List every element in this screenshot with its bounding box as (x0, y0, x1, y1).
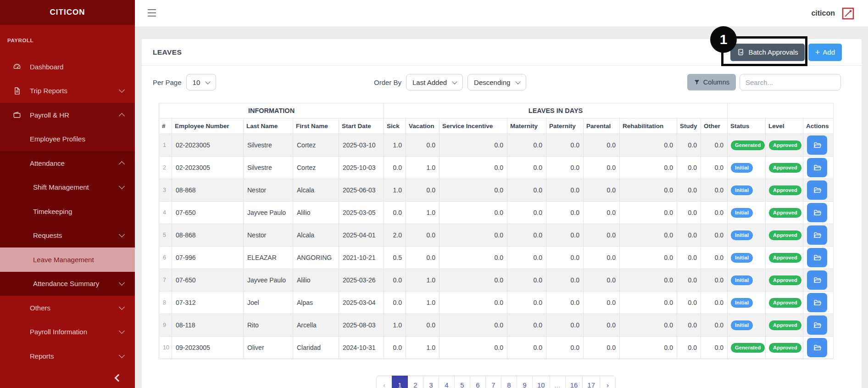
cell-parental: 0.0 (584, 269, 620, 292)
user-label: citicon (811, 9, 835, 17)
cell-actions (803, 337, 834, 359)
status-badge: Initial (731, 276, 753, 285)
cell-vacation: 1.0 (406, 292, 440, 314)
cell-other: 0.0 (701, 337, 728, 359)
cell-last-name: Joel (244, 292, 293, 314)
view-leave-button[interactable] (807, 203, 827, 222)
cell-level: Approved (766, 247, 803, 269)
view-leave-button[interactable] (807, 180, 827, 200)
level-badge: Approved (769, 141, 801, 150)
column-header-first-name: First Name (293, 118, 339, 134)
order-by-select[interactable]: Last Added (406, 74, 463, 90)
per-page-select[interactable]: 10 (186, 74, 217, 90)
columns-label: Columns (703, 79, 729, 86)
sidebar-item-employee-profiles[interactable]: Employee Profiles (0, 127, 135, 152)
sidebar-item-requests[interactable]: Requests (0, 224, 135, 248)
cell-status: Initial (728, 224, 766, 247)
sort-direction-select[interactable]: Descending (467, 74, 526, 90)
page-button-4[interactable]: 4 (439, 376, 455, 388)
sidebar-item-attendance[interactable]: Attendance (0, 151, 135, 175)
column-header-other: Other (701, 118, 728, 134)
cell-rehabilitation: 0.0 (620, 269, 677, 292)
sidebar-item-label: Requests (33, 231, 62, 239)
column-header-row-number: # (159, 118, 172, 134)
sidebar-item-reports[interactable]: Reports (0, 344, 135, 368)
page-button-9[interactable]: 9 (517, 376, 533, 388)
cell-maternity: 0.0 (507, 337, 546, 359)
sidebar-item-label: Others (30, 304, 50, 312)
page-button-2[interactable]: 2 (407, 376, 423, 388)
page-button-6[interactable]: 6 (470, 376, 486, 388)
sidebar-item-label: Reports (30, 352, 54, 360)
table-wrap: INFORMATIONLEAVES IN DAYS#Employee Numbe… (159, 103, 833, 388)
column-header-vacation: Vacation (406, 118, 440, 134)
level-badge: Approved (769, 343, 801, 353)
cell-start-date: 2025-10-03 (339, 157, 384, 179)
level-badge: Approved (769, 253, 801, 263)
view-leave-button[interactable] (807, 135, 827, 155)
page-button-3[interactable]: 3 (423, 376, 439, 388)
view-leave-button[interactable] (807, 248, 827, 267)
cell-employee-number: 08-868 (172, 224, 244, 247)
view-leave-button[interactable] (807, 225, 827, 245)
topbar-user[interactable]: citicon (811, 0, 854, 27)
cell-study: 0.0 (677, 134, 701, 157)
cell-actions (803, 269, 834, 292)
view-leave-button[interactable] (807, 270, 827, 290)
sidebar-item-payroll-hr[interactable]: Payroll & HR (0, 103, 135, 127)
page-button-17[interactable]: 17 (582, 376, 600, 388)
cell-maternity: 0.0 (507, 314, 546, 337)
sidebar-item-payroll-information[interactable]: Payroll Information (0, 320, 135, 344)
cell-first-name: Alilio (293, 202, 339, 224)
column-header-sick: Sick (384, 118, 406, 134)
cell-rehabilitation: 0.0 (620, 224, 677, 247)
cell-vacation: 1.0 (406, 157, 440, 179)
view-leave-button[interactable] (807, 338, 827, 357)
sidebar-item-shift-management[interactable]: Shift Management (0, 175, 135, 200)
page-next-button[interactable]: › (600, 376, 616, 388)
cell-paternity: 0.0 (546, 202, 584, 224)
cell-rehabilitation: 0.0 (620, 247, 677, 269)
page-button-10[interactable]: 10 (532, 376, 550, 388)
sidebar-item-timekeeping[interactable]: Timekeeping (0, 199, 135, 224)
sidebar-item-dashboard[interactable]: Dashboard (0, 55, 135, 79)
level-badge: Approved (769, 208, 801, 218)
sidebar-item-attendance-summary[interactable]: Attendance Summary (0, 272, 135, 296)
cell-last-name: Rito (244, 314, 293, 337)
add-button[interactable]: + Add (808, 44, 842, 61)
table-row: 407-650Jayvee PauloAlilio2025-03-050.01.… (159, 202, 834, 224)
sidebar-item-others[interactable]: Others (0, 296, 135, 320)
sidebar-collapse-icon[interactable] (115, 374, 122, 382)
chevron-up-icon (119, 161, 125, 167)
cell-first-name: Cortez (293, 134, 339, 157)
columns-button[interactable]: Columns (687, 74, 736, 90)
cell-rehabilitation: 0.0 (620, 202, 677, 224)
search-input[interactable] (740, 74, 841, 90)
cell-maternity: 0.0 (507, 157, 546, 179)
cell-service-incentive: 0.0 (440, 134, 507, 157)
page-button-8[interactable]: 8 (501, 376, 517, 388)
batch-approvals-button[interactable]: Batch Approvals (730, 44, 804, 61)
cell-vacation: 0.0 (406, 224, 440, 247)
sidebar-item-leave-management[interactable]: Leave Management (0, 247, 135, 272)
view-leave-button[interactable] (807, 293, 827, 312)
cell-actions (803, 134, 834, 157)
cell-actions (803, 202, 834, 224)
cell-first-name: Alcala (293, 179, 339, 202)
menu-icon[interactable] (148, 9, 156, 17)
page-button-1[interactable]: 1 (392, 376, 408, 388)
view-leave-button[interactable] (807, 158, 827, 177)
view-leave-button[interactable] (807, 315, 827, 335)
page-prev-button: ‹ (376, 376, 392, 388)
page-button-5[interactable]: 5 (454, 376, 470, 388)
cell-row-number: 10 (159, 337, 172, 359)
cell-level: Approved (766, 202, 803, 224)
sidebar-item-label: Attendance Summary (33, 280, 99, 287)
sidebar-item-label: Timekeeping (33, 208, 72, 215)
page-button-7[interactable]: 7 (485, 376, 501, 388)
sort-direction-value: Descending (474, 79, 510, 86)
per-page-group: Per Page 10 (153, 74, 216, 90)
page-button-16[interactable]: 16 (565, 376, 583, 388)
sidebar-item-trip-reports[interactable]: Trip Reports (0, 79, 135, 103)
add-label: Add (823, 48, 835, 56)
